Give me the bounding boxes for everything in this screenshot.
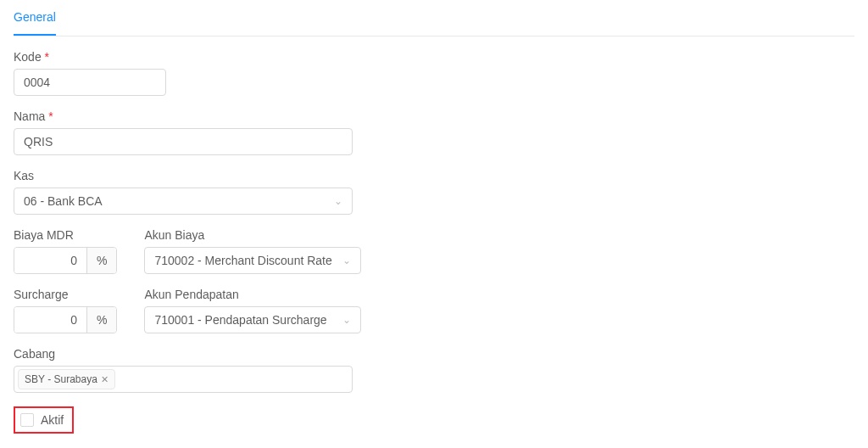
chevron-down-icon: ⌄ [342,255,351,266]
chevron-down-icon: ⌄ [334,196,342,206]
nama-input[interactable] [14,128,353,155]
cabang-tag-label: SBY - Surabaya [25,374,97,384]
aktif-checkbox[interactable] [20,413,34,427]
label-biaya-mdr: Biaya MDR [14,228,117,242]
biaya-mdr-input[interactable] [14,248,86,273]
label-surcharge: Surcharge [14,288,117,301]
tab-general[interactable]: General [14,0,56,36]
tabs-bar: General [14,0,854,36]
close-icon[interactable]: ✕ [101,375,108,384]
form-body: Kode Nama Kas 06 - Bank BCA ⌄ Biaya MDR … [14,50,854,447]
aktif-label: Aktif [41,413,64,427]
percent-addon: % [86,307,116,333]
percent-addon: % [86,248,116,273]
biaya-mdr-group: % [14,247,117,274]
surcharge-group: % [14,306,117,333]
kas-select-value: 06 - Bank BCA [24,194,103,208]
label-akun-biaya: Akun Biaya [144,228,361,242]
aktif-checkbox-wrap[interactable]: Aktif [14,406,74,434]
label-kode: Kode [14,50,854,64]
akun-pendapatan-value: 710001 - Pendapatan Surcharge [154,313,326,327]
akun-biaya-value: 710002 - Merchant Discount Rate [154,254,331,267]
chevron-down-icon: ⌄ [342,315,351,325]
kode-input[interactable] [14,69,166,96]
label-nama: Nama [14,109,854,123]
surcharge-input[interactable] [14,307,86,333]
cabang-multiselect[interactable]: SBY - Surabaya ✕ [14,366,353,393]
cabang-tag: SBY - Surabaya ✕ [18,369,115,389]
label-kas: Kas [14,169,854,182]
akun-biaya-select[interactable]: 710002 - Merchant Discount Rate ⌄ [144,247,361,274]
akun-pendapatan-select[interactable]: 710001 - Pendapatan Surcharge ⌄ [144,306,361,333]
label-akun-pendapatan: Akun Pendapatan [144,288,361,301]
label-cabang: Cabang [14,347,854,361]
kas-select[interactable]: 06 - Bank BCA ⌄ [14,188,353,215]
